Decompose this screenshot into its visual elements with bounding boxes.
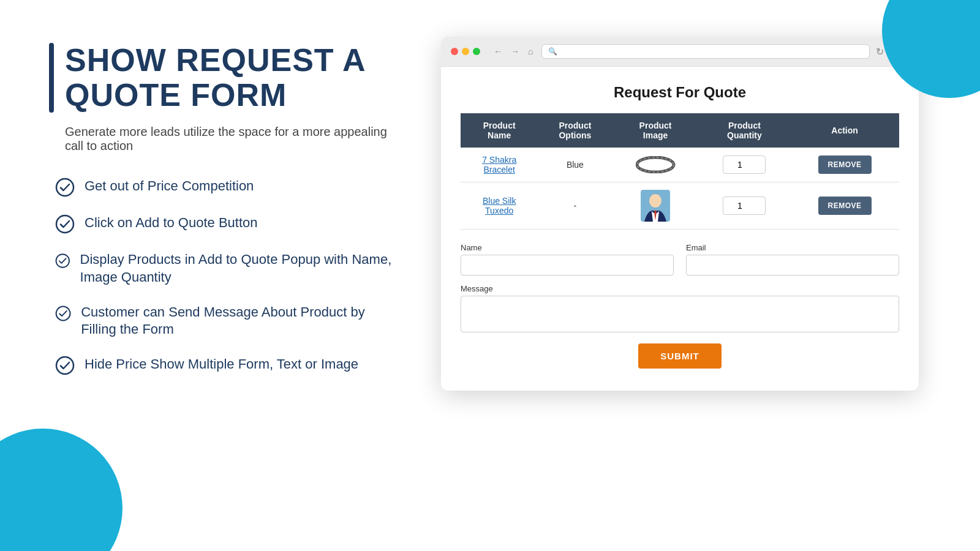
left-panel: SHOW REQUEST A QUOTE FORM Generate more …	[49, 37, 392, 375]
browser-address-bar[interactable]: 🔍	[541, 44, 869, 59]
svg-point-4	[56, 357, 74, 374]
tuxedo-img	[641, 190, 670, 222]
feature-text: Click on Add to Quote Button	[85, 214, 258, 232]
svg-point-2	[56, 255, 69, 268]
col-product-name: ProductName	[461, 113, 538, 148]
product-qty-1	[699, 148, 791, 182]
feature-item: Customer can Send Message About Product …	[55, 304, 392, 339]
feature-item: Hide Price Show Multiple Form, Text or I…	[55, 356, 392, 375]
remove-button-2[interactable]: REMOVE	[818, 197, 872, 215]
right-panel: ← → ⌂ 🔍 ↻ + ☍ Request For Quote	[429, 37, 931, 391]
bracelet-img	[636, 156, 676, 173]
form-name-email-row: Name Email	[461, 243, 899, 276]
email-label: Email	[686, 243, 899, 252]
dot-yellow	[462, 48, 469, 55]
check-icon	[55, 178, 75, 197]
table-body: 7 ShakraBracelet Blue	[461, 148, 899, 230]
feature-text: Customer can Send Message About Product …	[81, 304, 392, 339]
product-action-2: REMOVE	[790, 182, 899, 230]
feature-text: Display Products in Add to Quote Popup w…	[80, 251, 392, 286]
col-action: Action	[790, 113, 899, 148]
title-wrapper: SHOW REQUEST A QUOTE FORM	[49, 43, 392, 113]
message-textarea[interactable]	[461, 296, 899, 332]
product-action-1: REMOVE	[790, 148, 899, 182]
svg-point-5	[637, 157, 674, 172]
browser-nav: ← → ⌂	[491, 45, 535, 58]
check-icon	[55, 214, 75, 234]
dot-green	[473, 48, 480, 55]
table-header: ProductName ProductOptions ProductImage …	[461, 113, 899, 148]
feature-item: Get out of Price Competition	[55, 178, 392, 197]
email-input[interactable]	[686, 255, 899, 276]
feature-item: Display Products in Add to Quote Popup w…	[55, 251, 392, 286]
refresh-button[interactable]: ↻	[876, 46, 884, 58]
product-link-1[interactable]: 7 ShakraBracelet	[482, 155, 516, 174]
table-row: Blue SilkTuxedo -	[461, 182, 899, 230]
message-label: Message	[461, 284, 899, 293]
product-name-2: Blue SilkTuxedo	[461, 182, 538, 230]
table-row: 7 ShakraBracelet Blue	[461, 148, 899, 182]
forward-button[interactable]: →	[508, 45, 522, 58]
feature-list: Get out of Price Competition Click on Ad…	[55, 178, 392, 375]
product-qty-2	[699, 182, 791, 230]
col-product-image: ProductImage	[612, 113, 698, 148]
submit-button[interactable]: SUBMIT	[638, 343, 722, 369]
dot-red	[451, 48, 458, 55]
form-group-email: Email	[686, 243, 899, 276]
page-title: SHOW REQUEST A QUOTE FORM	[65, 43, 392, 113]
page-subtitle: Generate more leads utilize the space fo…	[65, 125, 392, 153]
home-button[interactable]: ⌂	[526, 45, 535, 58]
feature-text: Hide Price Show Multiple Form, Text or I…	[85, 356, 358, 373]
svg-point-1	[56, 216, 74, 233]
svg-point-8	[649, 194, 662, 208]
browser-window: ← → ⌂ 🔍 ↻ + ☍ Request For Quote	[441, 37, 919, 391]
product-options-1: Blue	[538, 148, 612, 182]
col-product-quantity: ProductQuantity	[699, 113, 791, 148]
name-input[interactable]	[461, 255, 674, 276]
product-image-2	[612, 182, 698, 230]
svg-point-0	[56, 179, 74, 196]
quote-table: ProductName ProductOptions ProductImage …	[461, 113, 899, 230]
submit-row: SUBMIT	[461, 343, 899, 369]
rfq-title: Request For Quote	[461, 84, 899, 101]
title-accent-bar	[49, 43, 54, 113]
browser-dots	[451, 48, 480, 55]
browser-content: Request For Quote ProductName ProductOpt…	[441, 67, 919, 391]
check-icon	[55, 356, 75, 375]
product-options-2: -	[538, 182, 612, 230]
product-name-1: 7 ShakraBracelet	[461, 148, 538, 182]
qty-input-1[interactable]	[723, 156, 766, 174]
browser-toolbar: ← → ⌂ 🔍 ↻ + ☍	[441, 37, 919, 67]
form-group-name: Name	[461, 243, 674, 276]
product-image-1	[612, 148, 698, 182]
col-product-options: ProductOptions	[538, 113, 612, 148]
check-icon	[55, 251, 70, 271]
search-icon: 🔍	[548, 47, 557, 56]
svg-point-3	[56, 306, 70, 320]
remove-button-1[interactable]: REMOVE	[818, 156, 872, 174]
main-content: SHOW REQUEST A QUOTE FORM Generate more …	[0, 0, 980, 551]
product-link-2[interactable]: Blue SilkTuxedo	[483, 196, 516, 216]
form-group-message: Message	[461, 284, 899, 332]
feature-item: Click on Add to Quote Button	[55, 214, 392, 234]
check-icon	[55, 304, 71, 323]
back-button[interactable]: ←	[491, 45, 505, 58]
name-label: Name	[461, 243, 674, 252]
qty-input-2[interactable]	[723, 197, 766, 215]
feature-text: Get out of Price Competition	[85, 178, 254, 195]
